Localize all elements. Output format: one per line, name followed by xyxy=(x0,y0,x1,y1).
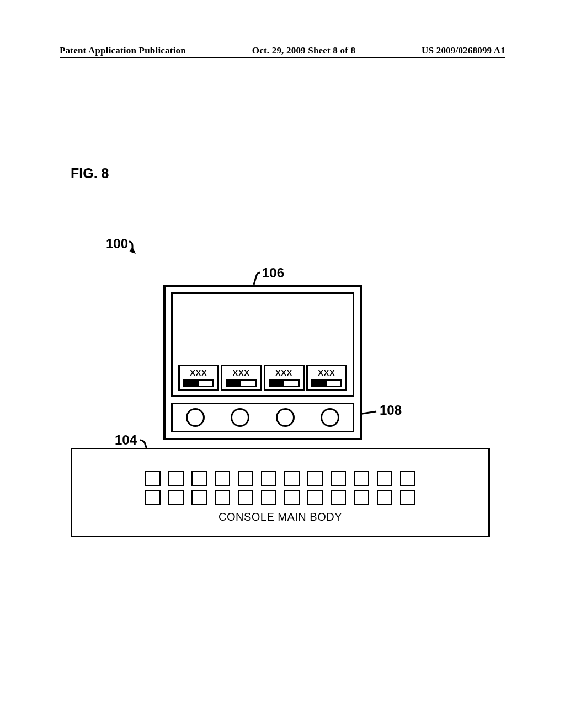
screen-slot: XXX xyxy=(264,365,305,391)
slot-bar xyxy=(183,379,214,387)
screen-slot-row: XXX XXX XXX XXX xyxy=(178,365,347,391)
svg-marker-0 xyxy=(129,247,136,254)
screen-slot: XXX xyxy=(306,365,347,391)
knob-row xyxy=(171,403,354,432)
header-center: Oct. 29, 2009 Sheet 8 of 8 xyxy=(252,45,355,56)
header-right: US 2009/0268099 A1 xyxy=(422,45,505,56)
console-key xyxy=(354,471,369,486)
console-key xyxy=(284,471,300,486)
console-key xyxy=(261,490,276,505)
page-root: Patent Application Publication Oct. 29, … xyxy=(0,0,565,728)
console-key xyxy=(215,471,230,486)
console-key xyxy=(145,471,161,486)
console-body: CONSOLE MAIN BODY xyxy=(71,448,490,537)
figure-label: FIG. 8 xyxy=(71,165,109,181)
ref-104: 104 xyxy=(115,432,137,448)
slot-label: XXX xyxy=(233,368,250,377)
console-key xyxy=(168,490,184,505)
knob xyxy=(186,408,205,427)
console-key xyxy=(168,471,184,486)
ref-106: 106 xyxy=(262,265,284,281)
console-key xyxy=(261,471,276,486)
console-key xyxy=(377,490,392,505)
console-key xyxy=(331,471,346,486)
console-key-row xyxy=(145,490,415,505)
knob xyxy=(321,408,339,427)
slot-bar xyxy=(269,379,300,387)
console-key-row xyxy=(145,471,415,486)
console-key xyxy=(238,471,253,486)
console-key xyxy=(238,490,253,505)
slot-bar xyxy=(226,379,257,387)
console-label: CONSOLE MAIN BODY xyxy=(218,511,342,523)
header-rule xyxy=(60,57,505,58)
screen-area: XXX XXX XXX XXX xyxy=(171,292,354,397)
header-left: Patent Application Publication xyxy=(60,45,186,56)
console-key xyxy=(400,490,415,505)
console-key xyxy=(284,490,300,505)
slot-bar xyxy=(311,379,342,387)
screen-slot: XXX xyxy=(178,365,219,391)
console-key xyxy=(377,471,392,486)
monitor-unit: XXX XXX XXX XXX xyxy=(163,285,362,440)
console-key xyxy=(331,490,346,505)
slot-label: XXX xyxy=(190,368,207,377)
ref-100: 100 xyxy=(106,236,128,251)
ref-108: 108 xyxy=(380,403,402,418)
console-key xyxy=(191,471,207,486)
slot-label: XXX xyxy=(318,368,335,377)
console-key xyxy=(307,471,323,486)
console-key xyxy=(400,471,415,486)
console-key xyxy=(145,490,161,505)
console-key xyxy=(191,490,207,505)
screen-slot: XXX xyxy=(221,365,262,391)
slot-label: XXX xyxy=(275,368,292,377)
page-header: Patent Application Publication Oct. 29, … xyxy=(60,45,505,56)
console-key xyxy=(307,490,323,505)
console-key xyxy=(354,490,369,505)
console-key xyxy=(215,490,230,505)
knob xyxy=(231,408,249,427)
knob xyxy=(276,408,295,427)
